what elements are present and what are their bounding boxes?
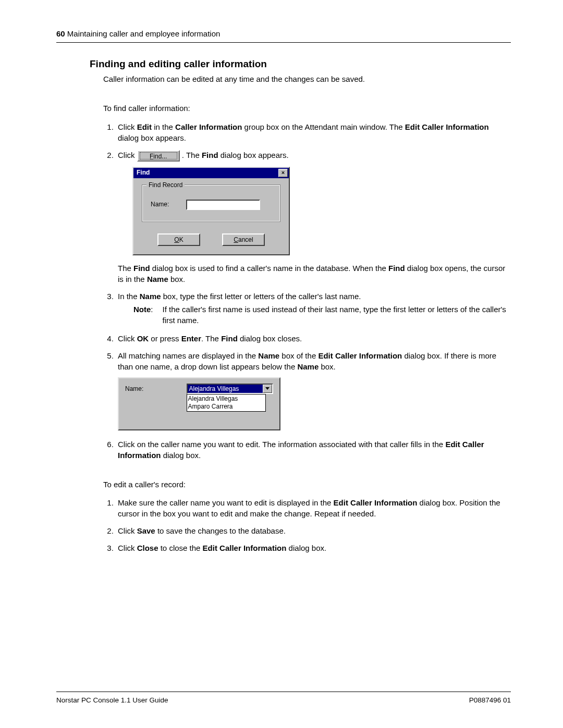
to-find-lead: To find caller information: <box>103 103 511 114</box>
find-record-groupbox: Find Record Name: <box>142 184 280 222</box>
close-icon[interactable]: × <box>278 169 288 177</box>
chapter-title: Maintaining caller and employee informat… <box>67 29 221 38</box>
edit-steps-list: Make sure the caller name you want to ed… <box>103 497 511 553</box>
intro-paragraph: Caller information can be edited at any … <box>103 74 511 84</box>
find-dialog-title: Find <box>137 168 150 177</box>
name-combobox-selected: Alejandra Villegas <box>188 385 263 393</box>
find-step-3: In the Name box, type the first letter o… <box>116 291 511 326</box>
name-panel-label: Name: <box>125 384 187 393</box>
find-step-2: Click Find... . The Find dialog box appe… <box>116 150 511 285</box>
find-step-6: Click on the caller name you want to edi… <box>116 439 511 461</box>
edit-step-1: Make sure the caller name you want to ed… <box>116 497 511 519</box>
list-item[interactable]: Amparo Carrera <box>188 403 264 411</box>
find-step-1: Click Edit in the Caller Information gro… <box>116 121 511 143</box>
find-step-2-followup: The Find dialog box is used to find a ca… <box>118 263 511 285</box>
section-title: Finding and editing caller information <box>90 58 511 70</box>
page-header: 60 Maintaining caller and employee infor… <box>56 29 511 43</box>
to-edit-lead: To edit a caller's record: <box>103 479 511 490</box>
page-footer: Norstar PC Console 1.1 User Guide P08874… <box>56 692 511 704</box>
list-item[interactable]: Alejandra Villegas <box>188 395 264 403</box>
find-step-5: All matching names are displayed in the … <box>116 350 511 430</box>
groupbox-title: Find Record <box>146 181 185 190</box>
chevron-down-icon[interactable] <box>263 385 272 393</box>
ok-button[interactable]: OK <box>157 233 200 246</box>
name-dropdown-list[interactable]: Alejandra Villegas Amparo Carrera <box>187 394 266 412</box>
svg-marker-0 <box>265 387 270 390</box>
name-combobox[interactable]: Alejandra Villegas <box>187 384 273 394</box>
find-button[interactable]: Find... <box>137 150 180 162</box>
find-steps-list: Click Edit in the Caller Information gro… <box>103 121 511 461</box>
note-block: Note: If the caller's first name is used… <box>133 304 511 326</box>
footer-right: P0887496 01 <box>469 696 511 704</box>
name-input[interactable] <box>186 200 260 210</box>
name-dropdown-panel: Name: Alejandra Villegas Alejandra Ville… <box>118 377 280 430</box>
note-text: If the caller's first name is used inste… <box>163 304 511 326</box>
page-number: 60 <box>56 29 65 38</box>
find-step-4: Click OK or press Enter. The Find dialog… <box>116 333 511 344</box>
cancel-button[interactable]: Cancel <box>222 233 265 246</box>
footer-left: Norstar PC Console 1.1 User Guide <box>56 696 168 704</box>
name-label: Name: <box>151 200 176 209</box>
edit-step-2: Click Save to save the changes to the da… <box>116 525 511 536</box>
find-dialog: Find × Find Record Name: OK <box>132 167 290 255</box>
edit-step-3: Click Close to close the Edit Caller Inf… <box>116 542 511 553</box>
find-dialog-titlebar[interactable]: Find × <box>133 168 289 178</box>
